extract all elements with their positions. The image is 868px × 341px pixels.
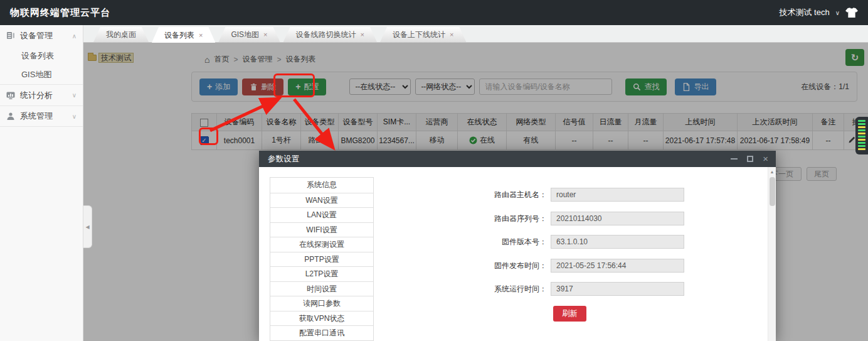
tab-gis-map[interactable]: GIS地图 ×: [218, 27, 280, 42]
dialog-menu-item-system-info[interactable]: 系统信息: [270, 178, 373, 193]
parameter-settings-dialog: 参数设置 × 系统信息 WAN设置 LAN设置 WIFI设置 在线探测设置 PP…: [259, 151, 776, 341]
sidebar: 设备管理 ∧ 设备列表 GIS地图 统计分析 ∨ 系统管理 ∨: [0, 25, 83, 341]
field-row-uptime: 系统运行时间：: [447, 282, 684, 296]
field-row-serial: 路由器序列号：: [447, 212, 684, 225]
signal-stripe: [858, 136, 865, 138]
sidebar-item-device-management[interactable]: 设备管理 ∧: [0, 25, 83, 46]
dialog-menu-item-pptp[interactable]: PPTP设置: [270, 252, 373, 267]
tab-line-switch-stats[interactable]: 设备线路切换统计 ×: [283, 27, 377, 42]
sidebar-item-system-management[interactable]: 系统管理 ∨: [0, 106, 83, 127]
tab-label: 设备列表: [164, 28, 194, 43]
tab-device-list[interactable]: 设备列表 ×: [152, 27, 215, 43]
dialog-body: 系统信息 WAN设置 LAN设置 WIFI设置 在线探测设置 PPTP设置 L2…: [259, 167, 776, 341]
field-label: 路由器序列号：: [447, 214, 547, 224]
scroll-up-icon[interactable]: ▲: [768, 167, 776, 176]
chevron-down-icon: ∨: [835, 9, 840, 16]
tab-bar: 我的桌面 设备列表 × GIS地图 × 设备线路切换统计 × 设备上下线统计 ×: [83, 25, 868, 43]
signal-bars-widget: [855, 117, 868, 154]
close-icon[interactable]: ×: [361, 27, 364, 42]
dialog-titlebar[interactable]: 参数设置 ×: [259, 151, 776, 167]
chart-icon: [6, 91, 15, 100]
dialog-scrollbar[interactable]: ▲: [768, 167, 776, 341]
field-row-firmware-date: 固件发布时间：: [447, 259, 684, 273]
signal-stripe: [858, 145, 865, 147]
close-icon[interactable]: ×: [263, 27, 267, 42]
dialog-menu-item-l2tp[interactable]: L2TP设置: [270, 266, 373, 281]
field-row-firmware-version: 固件版本号：: [447, 235, 684, 249]
dialog-menu-item-port-params[interactable]: 读网口参数: [270, 296, 373, 311]
close-icon[interactable]: ×: [199, 28, 203, 43]
field-label: 路由器主机名：: [447, 190, 547, 200]
signal-stripe: [858, 142, 865, 144]
sidebar-collapse-handle[interactable]: ◀: [83, 205, 92, 248]
tab-label: 我的桌面: [106, 27, 136, 42]
app-title: 物联网终端管理云平台: [10, 7, 110, 19]
sidebar-item-label: 统计分析: [20, 90, 67, 101]
field-label: 固件发布时间：: [447, 261, 547, 271]
dialog-menu-item-vpn-status[interactable]: 获取VPN状态: [270, 311, 373, 326]
dialog-menu-item-lan[interactable]: LAN设置: [270, 207, 373, 222]
top-header: 物联网终端管理云平台 技术测试 tech ∨: [0, 0, 868, 25]
tab-label: 设备线路切换统计: [296, 27, 356, 42]
sidebar-item-label: 设备管理: [20, 30, 67, 41]
system-uptime-field[interactable]: [551, 282, 684, 296]
sidebar-item-device-list[interactable]: 设备列表: [0, 46, 83, 65]
dialog-menu: 系统信息 WAN设置 LAN设置 WIFI设置 在线探测设置 PPTP设置 L2…: [270, 177, 374, 341]
sidebar-item-gis-map[interactable]: GIS地图: [0, 65, 83, 84]
chevron-up-icon: ∧: [72, 33, 77, 40]
field-label: 系统运行时间：: [447, 284, 547, 295]
maximize-icon[interactable]: [747, 156, 753, 162]
dialog-menu-item-time[interactable]: 时间设置: [270, 281, 373, 296]
dialog-menu-item-serial-comm[interactable]: 配置串口通讯: [270, 325, 373, 340]
chevron-down-icon: ∨: [72, 92, 77, 99]
sidebar-item-label: 系统管理: [20, 111, 67, 122]
tab-label: 设备上下线统计: [393, 27, 445, 42]
close-icon[interactable]: ×: [763, 156, 768, 162]
signal-stripe: [858, 123, 865, 125]
user-icon: [6, 112, 15, 121]
router-serial-field[interactable]: [551, 212, 684, 225]
scrollbar-thumb[interactable]: [770, 177, 775, 206]
app-root: 物联网终端管理云平台 技术测试 tech ∨ 设备管理 ∧ 设备列表 GIS地图…: [0, 0, 868, 341]
signal-stripe: [858, 133, 865, 134]
signal-stripe: [858, 120, 865, 122]
signal-stripe: [858, 148, 865, 150]
sidebar-item-statistics[interactable]: 统计分析 ∨: [0, 84, 83, 106]
dialog-menu-item-wifi[interactable]: WIFI设置: [270, 222, 373, 237]
firmware-release-field[interactable]: [551, 259, 684, 273]
chevron-down-icon: ∨: [72, 113, 77, 120]
tab-label: GIS地图: [231, 27, 259, 42]
dialog-menu-item-online-probe[interactable]: 在线探测设置: [270, 237, 373, 252]
router-hostname-field[interactable]: [551, 188, 684, 202]
user-menu-label[interactable]: 技术测试 tech: [779, 7, 829, 18]
tab-online-offline-stats[interactable]: 设备上下线统计 ×: [380, 27, 466, 42]
tab-my-desktop[interactable]: 我的桌面: [93, 27, 149, 42]
signal-stripe: [858, 126, 865, 128]
field-row-hostname: 路由器主机名：: [447, 188, 684, 202]
theme-shirt-icon[interactable]: [845, 8, 858, 18]
minimize-icon[interactable]: [731, 158, 738, 160]
signal-stripe: [858, 129, 865, 131]
dialog-menu-item-wan[interactable]: WAN设置: [270, 193, 373, 208]
signal-stripe: [858, 139, 865, 141]
modules-icon: [6, 31, 15, 40]
header-user-area[interactable]: 技术测试 tech ∨: [779, 7, 858, 18]
refresh-button[interactable]: 刷新: [553, 306, 586, 322]
firmware-version-field[interactable]: [551, 235, 684, 249]
collapse-left-icon: ◀: [85, 224, 89, 230]
dialog-title: 参数设置: [268, 154, 299, 165]
close-icon[interactable]: ×: [450, 27, 453, 42]
field-label: 固件版本号：: [447, 237, 547, 247]
